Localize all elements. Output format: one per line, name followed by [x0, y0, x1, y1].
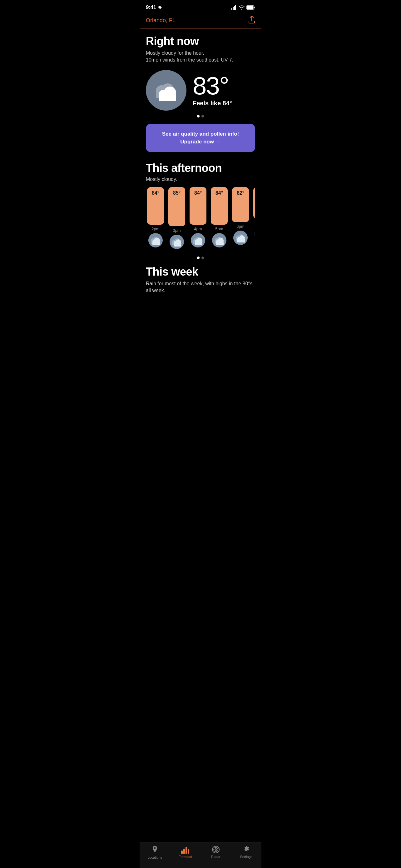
signal-icon — [231, 5, 237, 10]
upgrade-text: See air quality and pollen info! Upgrade… — [152, 130, 249, 146]
weather-main: 83° Feels like 84° — [146, 70, 255, 111]
this-afternoon-section: This afternoon Mostly cloudy. 84°2pm 85°… — [146, 161, 255, 259]
svg-rect-13 — [159, 93, 176, 101]
svg-point-49 — [255, 227, 255, 241]
svg-rect-5 — [254, 6, 255, 8]
svg-rect-0 — [231, 8, 232, 10]
dot-aft-1 — [197, 256, 200, 259]
svg-rect-41 — [216, 242, 224, 245]
status-icons — [231, 5, 255, 10]
dot-2 — [201, 115, 204, 118]
svg-rect-34 — [195, 242, 202, 245]
week-title: This week — [146, 265, 255, 278]
hourly-item: 84°4pm — [188, 187, 208, 250]
status-bar: 9:41 — [140, 0, 261, 13]
page-dots — [146, 115, 255, 118]
hourly-bars-container[interactable]: 84°2pm 85°3pm 84°4pm — [146, 187, 255, 251]
svg-rect-6 — [247, 6, 254, 9]
status-time: 9:41 — [146, 4, 156, 11]
afternoon-desc: Mostly cloudy. — [146, 177, 255, 182]
this-week-section: This week Rain for most of the week, wit… — [146, 265, 255, 294]
svg-rect-3 — [235, 5, 236, 10]
location-arrow-icon — [158, 5, 162, 10]
dot-aft-2 — [201, 256, 204, 259]
main-content: Right now Mostly cloudy for the hour. 10… — [140, 28, 261, 338]
hourly-item: 79°7:51 — [252, 187, 255, 250]
right-now-desc: Mostly cloudy for the hour. 10mph winds … — [146, 50, 255, 64]
hourly-item: 84°2pm — [146, 187, 165, 250]
svg-rect-20 — [153, 242, 160, 245]
share-button[interactable] — [248, 16, 255, 25]
svg-rect-27 — [174, 243, 181, 247]
hourly-item: 85°3pm — [167, 187, 187, 250]
temperature-value: 83° — [193, 73, 232, 98]
svg-rect-1 — [233, 7, 234, 10]
battery-icon — [246, 5, 255, 10]
temperature-display: 83° Feels like 84° — [193, 73, 232, 107]
location-title[interactable]: Orlando, FL — [146, 17, 175, 24]
right-now-title: Right now — [146, 35, 255, 48]
cloud-weather-icon — [146, 70, 187, 111]
hourly-item: 84°5pm — [209, 187, 229, 250]
page-dots-afternoon — [146, 256, 255, 259]
dot-1 — [197, 115, 200, 118]
right-now-section: Right now Mostly cloudy for the hour. 10… — [146, 35, 255, 118]
upgrade-banner[interactable]: See air quality and pollen info! Upgrade… — [146, 124, 255, 152]
svg-rect-2 — [234, 6, 235, 10]
afternoon-title: This afternoon — [146, 161, 255, 175]
feels-like: Feels like 84° — [193, 100, 232, 107]
svg-rect-48 — [237, 239, 245, 243]
hourly-item: 82°6pm — [231, 187, 250, 250]
week-desc: Rain for most of the week, with highs in… — [146, 280, 255, 294]
header: Orlando, FL — [140, 13, 261, 28]
wifi-icon — [239, 5, 244, 10]
